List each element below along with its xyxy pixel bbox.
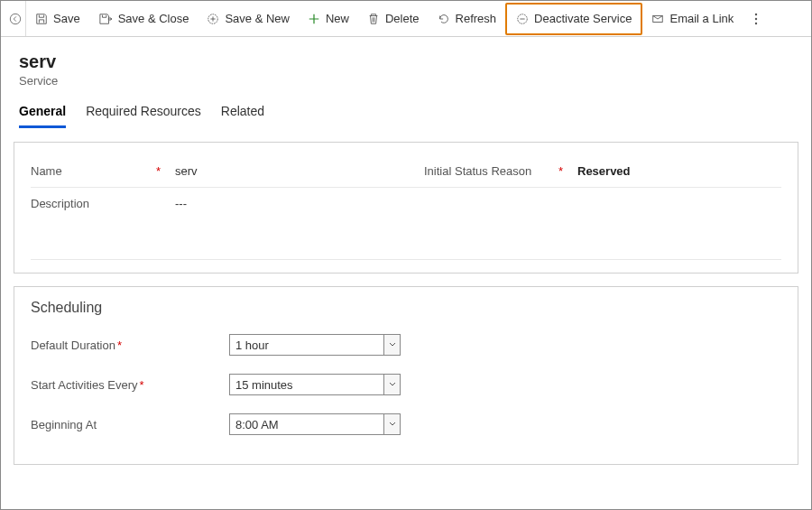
scheduling-panel: Scheduling Default Duration* 1 hour Star… [14, 286, 798, 465]
beginning-at-label: Beginning At [31, 418, 229, 431]
name-field-label: Name * [31, 164, 175, 178]
beginning-at-select[interactable]: 8:00 AM [229, 413, 401, 435]
command-bar: Save Save & Close Save & New New Delete … [1, 1, 811, 37]
new-button[interactable]: New [299, 1, 358, 36]
chevron-down-icon [383, 414, 400, 434]
email-link-button[interactable]: Email a Link [642, 1, 743, 36]
chevron-down-icon [383, 335, 400, 355]
save-close-button[interactable]: Save & Close [89, 1, 198, 36]
record-title: serv [19, 51, 793, 72]
initial-status-label: Initial Status Reason * [424, 164, 577, 178]
delete-label: Delete [385, 12, 420, 25]
deactivate-service-button[interactable]: Deactivate Service [505, 3, 642, 35]
tab-required-resources[interactable]: Required Resources [86, 104, 201, 128]
svg-point-0 [10, 14, 20, 23]
email-link-label: Email a Link [669, 12, 734, 25]
save-new-button[interactable]: Save & New [198, 1, 299, 36]
save-icon [35, 13, 48, 25]
trash-icon [367, 13, 380, 25]
start-activities-select[interactable]: 15 minutes [229, 374, 401, 395]
refresh-label: Refresh [456, 12, 497, 25]
initial-status-value[interactable]: Reserved [577, 164, 781, 178]
default-duration-label: Default Duration* [31, 338, 229, 352]
email-icon [651, 13, 664, 25]
svg-point-4 [755, 13, 757, 14]
save-new-label: Save & New [225, 12, 290, 25]
save-button[interactable]: Save [26, 1, 89, 36]
save-close-label: Save & Close [118, 12, 189, 25]
form-tabs: General Required Resources Related [1, 95, 811, 129]
start-activities-label: Start Activities Every* [31, 378, 229, 392]
new-label: New [326, 12, 349, 25]
delete-button[interactable]: Delete [358, 1, 429, 36]
svg-point-5 [755, 17, 757, 19]
default-duration-value: 1 hour [235, 338, 269, 352]
required-indicator: * [139, 378, 143, 392]
default-duration-select[interactable]: 1 hour [229, 334, 401, 356]
plus-icon [308, 13, 320, 25]
start-activities-value: 15 minutes [235, 378, 293, 392]
svg-point-6 [755, 22, 757, 23]
save-close-icon [98, 13, 113, 25]
back-button[interactable] [5, 1, 26, 36]
required-indicator: * [558, 164, 563, 178]
name-field-value[interactable]: serv [175, 164, 388, 178]
tab-related[interactable]: Related [221, 104, 264, 128]
description-field-label: Description [31, 197, 175, 210]
save-new-icon [207, 13, 219, 25]
description-field-value[interactable]: --- [175, 197, 781, 210]
deactivate-icon [516, 13, 529, 25]
more-vertical-icon [754, 13, 758, 25]
required-indicator: * [117, 338, 122, 352]
record-header: serv Service [1, 37, 811, 95]
chevron-left-circle-icon [9, 13, 22, 25]
overflow-menu-button[interactable] [743, 1, 770, 36]
record-entity-type: Service [19, 74, 793, 88]
refresh-icon [438, 13, 450, 25]
scheduling-heading: Scheduling [31, 300, 781, 316]
beginning-at-value: 8:00 AM [235, 418, 279, 431]
deactivate-label: Deactivate Service [534, 12, 632, 25]
required-indicator: * [156, 164, 161, 178]
refresh-button[interactable]: Refresh [429, 1, 506, 36]
tab-general[interactable]: General [19, 104, 66, 128]
chevron-down-icon [383, 375, 400, 394]
general-panel: Name * serv Initial Status Reason * Rese… [14, 142, 798, 274]
save-label: Save [53, 12, 80, 25]
